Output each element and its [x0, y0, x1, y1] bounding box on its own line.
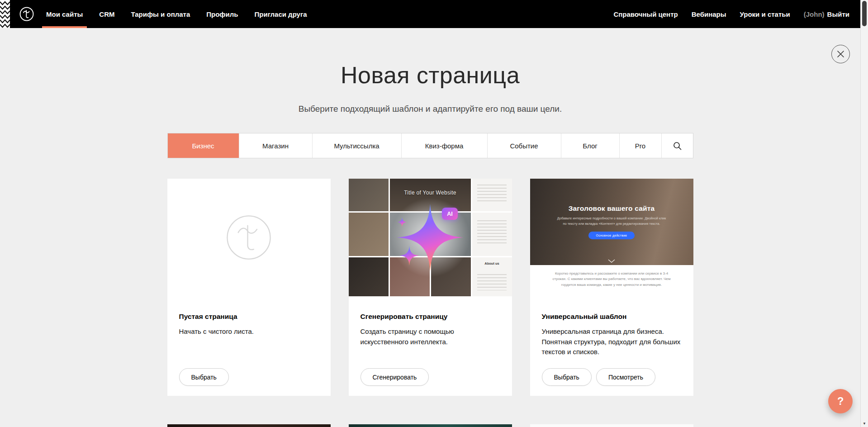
card-actions: Сгенерировать — [360, 368, 500, 386]
page-title: Новая страница — [0, 62, 860, 89]
app-root: Мои сайты CRM Тарифы и оплата Профиль Пр… — [0, 0, 860, 427]
nav-webinars[interactable]: Вебинары — [692, 0, 726, 28]
user-name: (John) — [804, 10, 825, 18]
nav-invite-friend[interactable]: Пригласи друга — [254, 0, 307, 28]
page-subtitle: Выберите подходящий шаблон и адаптируйте… — [0, 104, 860, 114]
preview-subtext: Добавьте интересные подробности о вашей … — [555, 216, 668, 227]
preview-cta-button: Основное действие — [588, 232, 634, 239]
partial-preview — [530, 424, 693, 427]
tab-search[interactable] — [661, 133, 693, 158]
card-body: Пустая страница Начать с чистого листа. … — [167, 296, 331, 396]
main-nav: Мои сайты CRM Тарифы и оплата Профиль Пр… — [46, 0, 323, 28]
new-page-modal: Новая страница Выберите подходящий шабло… — [0, 28, 860, 427]
card-title: Универсальный шаблон — [542, 313, 682, 321]
close-icon — [837, 51, 844, 57]
ai-sparkle-overlay — [349, 179, 512, 296]
card-actions: Выбрать — [179, 368, 319, 386]
card-title: Пустая страница — [179, 313, 319, 321]
tab-quiz[interactable]: Квиз-форма — [401, 133, 487, 158]
tab-pro[interactable]: Pro — [619, 133, 661, 158]
tab-event[interactable]: Событие — [487, 133, 561, 158]
tab-blog[interactable]: Блог — [561, 133, 619, 158]
secondary-nav: Справочный центр Вебинары Уроки и статьи… — [600, 0, 849, 28]
card-body: Сгенерировать страницу Создать страницу … — [349, 296, 512, 396]
select-template-button[interactable]: Выбрать — [542, 368, 592, 386]
card-description: Универсальная страница для бизнеса. Поня… — [542, 327, 682, 357]
preview-body-text: Коротко представьтесь и расскажите о ком… — [549, 271, 674, 288]
template-card-universal: Заголовок вашего сайта Добавьте интересн… — [530, 179, 693, 396]
select-blank-button[interactable]: Выбрать — [179, 368, 229, 386]
card-description: Начать с чистого листа. — [179, 327, 319, 337]
card-title: Сгенерировать страницу — [360, 313, 500, 321]
template-card-partial — [167, 424, 331, 427]
template-preview-body: Коротко представьтесь и расскажите о ком… — [530, 265, 693, 296]
nav-crm[interactable]: CRM — [99, 0, 114, 28]
chevron-down-icon — [608, 259, 615, 263]
nav-logout[interactable]: (John) Выйти — [804, 0, 849, 28]
card-body: Универсальный шаблон Универсальная стран… — [530, 296, 693, 396]
logout-label: Выйти — [827, 10, 849, 18]
about-us-label: About us — [472, 261, 512, 266]
template-grid: Пустая страница Начать с чистого листа. … — [167, 179, 693, 427]
scrollbar-down-arrow[interactable]: ▼ — [861, 422, 868, 426]
card-actions: Выбрать Посмотреть — [542, 368, 682, 386]
template-card-partial — [530, 424, 693, 427]
template-category-tabs: Бизнес Магазин Мультиссылка Квиз-форма С… — [167, 133, 693, 158]
top-navbar: Мои сайты CRM Тарифы и оплата Профиль Пр… — [0, 0, 860, 28]
tab-multilink[interactable]: Мультиссылка — [312, 133, 401, 158]
help-button[interactable]: ? — [828, 389, 853, 413]
partial-preview — [349, 424, 512, 427]
scrollbar-thumb[interactable] — [862, 1, 867, 26]
ai-badge: AI — [442, 208, 458, 220]
template-preview-hero: Заголовок вашего сайта Добавьте интересн… — [530, 179, 693, 265]
tab-business[interactable]: Бизнес — [168, 133, 239, 158]
template-card-ai: About us Title of Your Website — [349, 179, 512, 396]
search-icon — [673, 142, 682, 150]
ai-sparkle-icon — [383, 190, 478, 285]
template-card-partial — [349, 424, 512, 427]
preview-template-button[interactable]: Посмотреть — [596, 368, 655, 386]
nav-help-center[interactable]: Справочный центр — [613, 0, 678, 28]
partial-preview — [167, 424, 331, 427]
tilda-logo-icon[interactable] — [19, 6, 34, 22]
zigzag-pattern-icon — [0, 0, 10, 28]
nav-profile[interactable]: Профиль — [206, 0, 238, 28]
template-card-blank: Пустая страница Начать с чистого листа. … — [167, 179, 331, 396]
nav-lessons[interactable]: Уроки и статьи — [740, 0, 790, 28]
preview-heading: Заголовок вашего сайта — [569, 204, 655, 213]
tab-shop[interactable]: Магазин — [239, 133, 312, 158]
nav-my-sites[interactable]: Мои сайты — [46, 0, 83, 28]
ai-preview: About us Title of Your Website — [349, 179, 512, 296]
card-description: Создать страницу с помощью искусственног… — [360, 327, 500, 347]
generate-button[interactable]: Сгенерировать — [360, 368, 429, 386]
blank-preview — [167, 179, 331, 296]
close-button[interactable] — [831, 45, 850, 63]
tilda-watermark-icon — [223, 212, 274, 263]
nav-tariffs[interactable]: Тарифы и оплата — [131, 0, 190, 28]
template-preview: Заголовок вашего сайта Добавьте интересн… — [530, 179, 693, 296]
scrollbar[interactable]: ▼ — [860, 0, 868, 427]
